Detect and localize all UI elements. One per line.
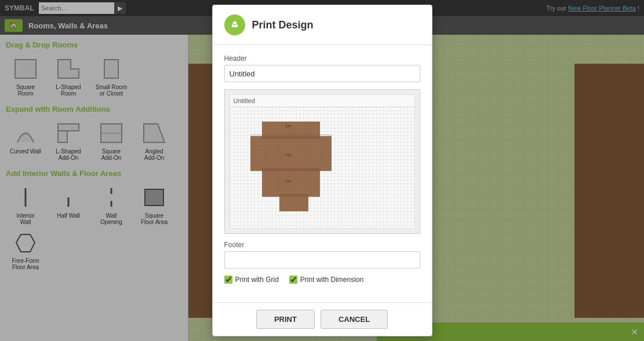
preview-inner: Untitled [230,94,415,229]
header-field-label: Header [224,54,420,63]
print-grid-label: Print with Grid [235,276,279,284]
print-button[interactable]: PRINT [256,310,315,329]
dialog-title: Print Design [252,19,314,31]
svg-text:140: 140 [285,153,291,157]
print-dimension-checkbox-label[interactable]: Print with Dimension [289,276,363,284]
preview-area: Untitled [224,89,420,234]
dialog-footer: PRINT CANCEL [213,302,432,336]
preview-grid: 120 140 100 [230,107,414,228]
svg-text:100: 100 [285,179,291,183]
cancel-button[interactable]: CANCEL [321,310,388,329]
checkbox-row: Print with Grid Print with Dimension [224,276,420,284]
svg-rect-16 [233,26,237,27]
print-grid-checkbox[interactable] [224,276,232,284]
print-dimension-checkbox[interactable] [289,276,297,284]
print-dialog: Print Design Header Untitled [212,5,432,336]
print-icon [224,14,245,35]
header-input[interactable] [224,65,420,82]
dialog-header: Print Design [213,5,432,45]
footer-input[interactable] [224,251,420,269]
footer-field-label: Footer [224,241,420,249]
print-grid-checkbox-label[interactable]: Print with Grid [224,276,279,284]
svg-text:120: 120 [285,124,291,128]
dialog-body: Header Untitled [213,45,432,302]
svg-rect-15 [233,21,237,24]
svg-rect-20 [279,194,308,211]
preview-floorplan: 120 140 100 [245,116,337,220]
print-dimension-label: Print with Dimension [300,276,363,284]
preview-title: Untitled [230,95,414,107]
modal-overlay: Print Design Header Untitled [0,0,644,341]
